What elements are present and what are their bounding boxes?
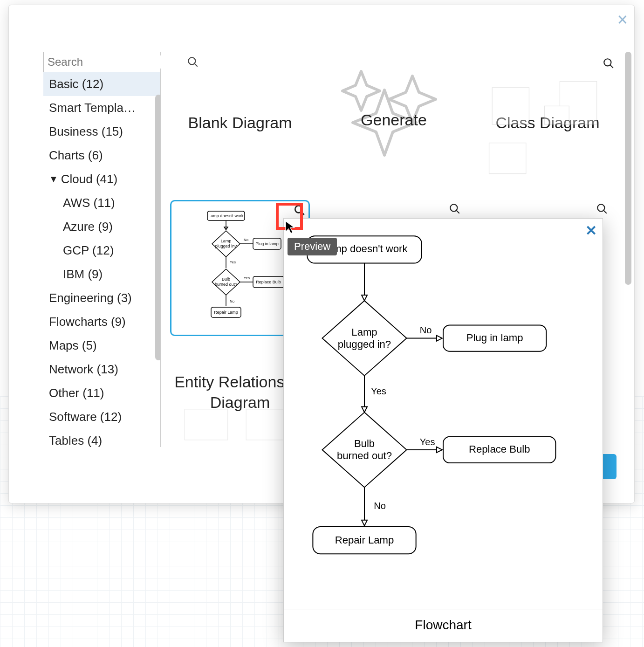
sidebar-item[interactable]: Flowcharts (9)	[43, 310, 160, 334]
dialog-scrollbar[interactable]	[625, 52, 631, 285]
svg-marker-67	[362, 520, 367, 526]
svg-text:Lamp: Lamp	[221, 239, 232, 243]
svg-text:Repair Lamp: Repair Lamp	[335, 534, 394, 546]
svg-text:No: No	[420, 325, 432, 335]
sidebar-item[interactable]: Network (13)	[43, 358, 160, 381]
primary-action-button[interactable]	[601, 454, 617, 479]
template-label: Blank Diagram	[188, 112, 292, 133]
template-card-blank[interactable]: Blank Diagram	[170, 55, 310, 191]
svg-text:burned out?: burned out?	[215, 282, 237, 287]
magnify-icon[interactable]	[449, 203, 461, 217]
svg-rect-40	[185, 409, 227, 440]
category-sidebar: Basic (12)Smart Templa…Business (15)Char…	[43, 52, 161, 447]
svg-marker-56	[362, 406, 367, 412]
sidebar-item[interactable]: Software (12)	[43, 405, 160, 429]
sidebar-item[interactable]: Other (11)	[43, 381, 160, 405]
flowchart-preview: Lamp doesn't work Lamp plugged in? No Pl…	[284, 219, 603, 610]
sidebar-item[interactable]: Charts (6)	[43, 144, 160, 167]
svg-line-3	[610, 65, 613, 68]
sidebar-item[interactable]: GCP (12)	[43, 239, 160, 262]
highlight-box	[276, 203, 303, 230]
svg-text:Yes: Yes	[371, 386, 386, 396]
sidebar-item[interactable]: Maps (5)	[43, 334, 160, 358]
preview-popup: ✕ Lamp doesn't work Lamp plugged in? No …	[283, 218, 603, 642]
svg-text:No: No	[230, 299, 235, 303]
svg-marker-45	[362, 295, 367, 301]
svg-text:No: No	[244, 238, 249, 242]
class-thumb-icon	[486, 63, 609, 186]
category-list: Basic (12)Smart Templa…Business (15)Char…	[43, 72, 160, 447]
caret-down-icon: ▼	[49, 174, 58, 185]
svg-rect-41	[246, 409, 289, 440]
svg-rect-7	[544, 106, 569, 124]
sidebar-scrollbar[interactable]	[155, 72, 160, 447]
sidebar-item[interactable]: Basic (12)	[43, 72, 160, 96]
template-card-generate[interactable]: Generate	[324, 55, 464, 191]
sidebar-item[interactable]: ▼ Cloud (41)	[43, 167, 160, 191]
svg-text:burned out?: burned out?	[337, 450, 392, 461]
svg-text:plugged in?: plugged in?	[338, 338, 391, 350]
preview-tooltip: Preview	[288, 238, 337, 255]
svg-point-36	[450, 204, 457, 211]
svg-text:No: No	[374, 501, 386, 511]
svg-line-35	[603, 210, 607, 213]
svg-text:Yes: Yes	[230, 260, 236, 264]
svg-text:Bulb: Bulb	[222, 277, 230, 282]
close-icon[interactable]: ×	[617, 10, 628, 30]
svg-text:Repair Lamp: Repair Lamp	[214, 310, 238, 315]
magnify-icon[interactable]	[596, 203, 608, 217]
sidebar-item[interactable]: Tables (4)	[43, 429, 160, 447]
svg-text:Lamp doesn't work: Lamp doesn't work	[208, 213, 244, 218]
svg-text:Lamp: Lamp	[351, 326, 377, 338]
svg-rect-4	[492, 88, 529, 124]
sidebar-item[interactable]: IBM (9)	[43, 262, 160, 286]
svg-marker-62	[437, 447, 442, 453]
sidebar-item[interactable]: Engineering (3)	[43, 286, 160, 310]
svg-text:Yes: Yes	[420, 437, 435, 447]
template-card-class[interactable]: Class Diagram	[478, 55, 617, 191]
svg-text:Bulb: Bulb	[354, 438, 375, 449]
svg-text:Replace Bulb: Replace Bulb	[469, 443, 530, 455]
search-row	[43, 52, 160, 72]
svg-text:Replace Bulb: Replace Bulb	[256, 280, 281, 284]
svg-text:Yes: Yes	[244, 276, 250, 280]
sidebar-item[interactable]: Smart Templa…	[43, 96, 160, 120]
sidebar-item[interactable]: Azure (9)	[43, 215, 160, 239]
svg-point-34	[597, 204, 604, 211]
svg-line-37	[456, 210, 459, 213]
sidebar-item[interactable]: Business (15)	[43, 120, 160, 144]
preview-title: Flowchart	[284, 610, 603, 642]
svg-rect-6	[489, 143, 526, 174]
svg-text:Plug in lamp: Plug in lamp	[255, 241, 279, 246]
svg-text:Plug in lamp: Plug in lamp	[466, 332, 523, 344]
sidebar-item[interactable]: AWS (11)	[43, 191, 160, 215]
svg-marker-51	[437, 336, 442, 341]
svg-text:plugged in?: plugged in?	[215, 244, 237, 248]
template-label: Generate	[361, 110, 427, 130]
